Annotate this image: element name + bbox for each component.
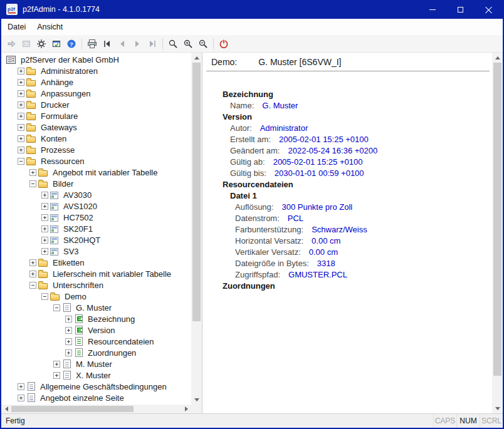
export-button[interactable] — [19, 36, 34, 51]
tree-item[interactable]: Angebot mit variabler Tabelle — [1, 167, 191, 178]
field-label: Geändert am: — [204, 146, 280, 155]
expand-icon[interactable] — [18, 135, 24, 142]
scroll-right-button[interactable] — [181, 405, 191, 413]
previous-page-button[interactable] — [115, 36, 130, 51]
expand-icon[interactable] — [18, 124, 24, 131]
scroll-thumb[interactable] — [192, 63, 201, 321]
tree-item[interactable]: Angebot einzelne Seite — [1, 392, 191, 403]
expand-icon[interactable] — [18, 395, 24, 401]
scroll-thumb[interactable] — [493, 63, 501, 376]
collapse-icon[interactable] — [18, 158, 24, 165]
settings-button[interactable] — [34, 36, 49, 51]
expand-icon[interactable] — [53, 361, 60, 368]
expand-icon[interactable] — [41, 225, 48, 232]
tree-item[interactable]: M. Muster — [1, 358, 191, 370]
scroll-thumb[interactable] — [11, 406, 134, 412]
expand-icon[interactable] — [65, 349, 72, 356]
forward-arrow-button[interactable] — [4, 36, 19, 51]
stop-button[interactable] — [216, 36, 231, 51]
tree-item[interactable]: Konten — [1, 133, 191, 144]
menu-datei[interactable]: Datei — [3, 21, 31, 33]
scrl-indicator: SCRL — [480, 414, 503, 428]
expand-icon[interactable] — [18, 383, 24, 390]
collapse-icon[interactable] — [29, 282, 36, 289]
close-button[interactable] — [475, 0, 503, 19]
print-button[interactable] — [85, 36, 100, 51]
tree-item[interactable]: SV3 — [1, 246, 191, 257]
expand-icon[interactable] — [18, 90, 24, 97]
last-page-button[interactable] — [145, 36, 160, 51]
scroll-down-button[interactable] — [191, 395, 202, 405]
tree-item[interactable]: AVS1020 — [1, 200, 191, 212]
scroll-down-button[interactable] — [492, 403, 503, 413]
tree-item[interactable]: Unterschriften — [1, 279, 191, 291]
tree-item[interactable]: Administratoren — [1, 65, 191, 76]
expand-icon[interactable] — [65, 338, 72, 345]
collapse-icon[interactable] — [29, 180, 36, 187]
expand-icon[interactable] — [18, 113, 24, 120]
folder-icon — [26, 103, 36, 109]
tree-item[interactable]: Allgemeine Geschäftsbedingungen — [1, 381, 191, 392]
tree-item[interactable]: Drucker — [1, 99, 191, 110]
expand-icon[interactable] — [41, 192, 48, 199]
properties-button[interactable] — [49, 36, 64, 51]
tree-item[interactable]: Prozesse — [1, 144, 191, 155]
tree-item[interactable]: Gateways — [1, 121, 191, 133]
tree-item[interactable]: SK20F1 — [1, 223, 191, 234]
zoom-button[interactable] — [165, 36, 181, 51]
tree-item[interactable]: Lieferschein mit variabler Tabelle — [1, 268, 191, 279]
expand-icon[interactable] — [65, 316, 72, 323]
tree-item-label: Bezeichnung — [88, 314, 135, 324]
collapse-icon[interactable] — [53, 304, 60, 311]
tree-item[interactable]: G. Muster — [1, 302, 191, 313]
scroll-up-button[interactable] — [191, 53, 202, 63]
tree-item[interactable]: Bezeichnung — [1, 313, 191, 324]
expand-icon[interactable] — [53, 372, 60, 379]
first-page-button[interactable] — [100, 36, 115, 51]
tree-item[interactable]: Bilder — [1, 178, 191, 189]
field-value: 2022-05-24 16:36 +0200 — [288, 146, 378, 155]
tree-item[interactable]: Formulare — [1, 110, 191, 121]
scroll-up-button[interactable] — [492, 53, 503, 63]
status-text: Fertig — [6, 416, 433, 425]
expand-icon[interactable] — [41, 248, 48, 255]
tree-item[interactable]: Anhänge — [1, 76, 191, 88]
tree-item[interactable]: HC7502 — [1, 212, 191, 223]
help-button[interactable]: ? — [64, 36, 79, 51]
tree-pane: p2fServer der Kabel GmbH Administratoren… — [1, 53, 202, 413]
tree-item[interactable]: Resourcendateien — [1, 336, 191, 347]
expand-icon[interactable] — [18, 147, 24, 153]
tree-item[interactable]: Version — [1, 324, 191, 336]
svg-text:?: ? — [70, 40, 73, 47]
minimize-button[interactable] — [418, 0, 446, 19]
tree-item[interactable]: Demo — [1, 291, 191, 302]
expand-icon[interactable] — [18, 79, 24, 86]
last-page-icon — [147, 39, 157, 49]
next-page-button[interactable] — [130, 36, 145, 51]
zoom-in-button[interactable] — [181, 36, 196, 51]
tree-item[interactable]: SK20HQT — [1, 234, 191, 246]
tree-item-root[interactable]: p2fServer der Kabel GmbH — [1, 54, 191, 65]
maximize-button[interactable] — [446, 0, 475, 19]
expand-icon[interactable] — [41, 237, 48, 244]
menu-ansicht[interactable]: Ansicht — [32, 21, 68, 33]
field-label: Erstellt am: — [204, 135, 271, 144]
section-heading: Zuordnungen — [204, 281, 275, 291]
expand-icon[interactable] — [41, 203, 48, 210]
collapse-icon[interactable] — [41, 293, 48, 300]
tree-item[interactable]: Anpassungen — [1, 88, 191, 99]
tree-item[interactable]: Zuordnungen — [1, 347, 191, 358]
tree-item[interactable]: Ressourcen — [1, 155, 191, 167]
expand-icon[interactable] — [41, 214, 48, 221]
zoom-out-button[interactable] — [196, 36, 211, 51]
expand-icon[interactable] — [18, 101, 24, 108]
expand-icon[interactable] — [29, 271, 36, 277]
tree-item[interactable]: Etiketten — [1, 257, 191, 268]
tree-item[interactable]: AV3030 — [1, 189, 191, 200]
expand-icon[interactable] — [29, 169, 36, 176]
expand-icon[interactable] — [65, 327, 72, 334]
expand-icon[interactable] — [18, 68, 24, 75]
scroll-left-button[interactable] — [1, 405, 11, 413]
tree-item[interactable]: X. Muster — [1, 370, 191, 381]
expand-icon[interactable] — [29, 259, 36, 266]
